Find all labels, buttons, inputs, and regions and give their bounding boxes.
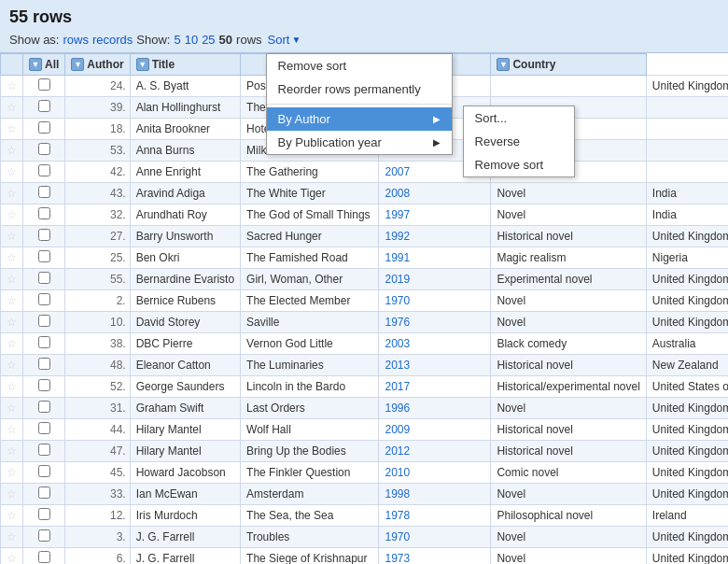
row-checkbox[interactable] [38,293,50,305]
star-icon[interactable]: ☆ [7,337,17,350]
country-cell: Nigeria [646,247,728,269]
checkbox-cell [23,183,65,204]
row-checkbox[interactable] [38,529,50,542]
star-icon[interactable]: ☆ [7,294,17,307]
submenu-sort[interactable]: Sort... [464,106,574,130]
checkbox-cell [23,505,65,527]
genre-cell: Historical/experimental novel [491,376,646,398]
page-title: 55 rows [9,7,719,27]
star-icon[interactable]: ☆ [7,552,17,564]
star-icon[interactable]: ☆ [7,423,17,436]
row-checkbox[interactable] [38,186,50,198]
show-label: Show: [136,33,170,47]
year-cell: 1970 [379,527,491,548]
author-cell: Anne Enright [130,162,240,183]
row-checkbox[interactable] [38,250,50,262]
country-cell: United Kingdom [646,527,728,548]
dropdown-remove-sort[interactable]: Remove sort [267,54,452,78]
show-10[interactable]: 10 [185,33,198,47]
star-icon[interactable]: ☆ [7,509,17,522]
row-number: 38. [65,333,130,355]
star-cell: ☆ [1,462,23,484]
row-checkbox[interactable] [38,315,50,327]
star-icon[interactable]: ☆ [7,208,17,221]
chevron-right-icon: ▶ [433,114,441,124]
genre-cell: Magic realism [491,247,646,269]
year-value: 2017 [385,380,410,393]
author-cell: Arundhati Roy [130,204,240,226]
year-cell: 1997 [379,204,491,226]
show-50-bold: 50 [219,33,232,47]
row-checkbox[interactable] [38,551,50,563]
th-author: ▼ Author [65,54,130,76]
dropdown-by-pub-year[interactable]: By Publication year ▶ [267,131,452,154]
star-icon[interactable]: ☆ [7,165,17,178]
row-checkbox[interactable] [38,486,50,499]
dropdown-separator-1 [267,104,452,105]
filter-author-icon[interactable]: ▼ [71,58,84,71]
dropdown-by-author[interactable]: By Author ▶ [267,107,452,131]
row-checkbox[interactable] [38,207,50,219]
row-number: 31. [65,398,130,419]
row-checkbox[interactable] [38,121,50,134]
checkbox-cell [23,247,65,269]
row-number: 3. [65,527,130,548]
table-row: ☆ 31. Graham Swift Last Orders 1996 Nove… [1,398,729,419]
row-checkbox[interactable] [38,272,50,284]
star-icon[interactable]: ☆ [7,444,17,458]
sort-button[interactable]: Sort ▼ [266,33,303,47]
row-checkbox[interactable] [38,229,50,241]
table-row: ☆ 6. J. G. Farrell The Siege of Krishnap… [1,548,729,565]
row-checkbox[interactable] [38,379,50,391]
genre-cell: Historical novel [491,226,646,247]
row-checkbox[interactable] [38,164,50,176]
row-checkbox[interactable] [38,422,50,434]
filter-country-icon[interactable]: ▼ [497,58,510,71]
star-icon[interactable]: ☆ [7,466,17,479]
star-icon[interactable]: ☆ [7,251,17,264]
year-cell: 2010 [379,462,491,484]
table-row: ☆ 52. George Saunders Lincoln in the Bar… [1,376,729,398]
row-checkbox[interactable] [38,465,50,477]
row-checkbox[interactable] [38,336,50,348]
row-checkbox[interactable] [38,143,50,155]
star-icon[interactable]: ☆ [7,122,17,135]
country-cell [646,162,728,183]
year-value: 2013 [385,359,410,372]
star-icon[interactable]: ☆ [7,402,17,415]
star-icon[interactable]: ☆ [7,101,17,114]
country-cell [646,140,728,162]
star-cell: ☆ [1,76,23,97]
author-cell: Barry Unsworth [130,226,240,247]
row-checkbox[interactable] [38,78,50,91]
year-value: 1997 [385,208,410,221]
dropdown-reorder-rows[interactable]: Reorder rows permanently [267,78,452,101]
submenu-reverse[interactable]: Reverse [464,130,574,153]
star-icon[interactable]: ☆ [7,230,17,243]
country-cell: Ireland [646,505,728,527]
star-icon[interactable]: ☆ [7,79,17,92]
star-icon[interactable]: ☆ [7,530,17,543]
country-cell: United Kingdom [646,441,728,462]
star-icon[interactable]: ☆ [7,187,17,200]
star-icon[interactable]: ☆ [7,144,17,157]
star-icon[interactable]: ☆ [7,359,17,372]
row-checkbox[interactable] [38,401,50,413]
row-checkbox[interactable] [38,444,50,456]
star-icon[interactable]: ☆ [7,487,17,501]
show-as-rows[interactable]: rows [63,33,88,47]
row-checkbox[interactable] [38,508,50,520]
show-25[interactable]: 25 [202,33,215,47]
show-as-records[interactable]: records [92,33,133,47]
star-icon[interactable]: ☆ [7,316,17,329]
star-icon[interactable]: ☆ [7,380,17,393]
submenu-remove-sort[interactable]: Remove sort [464,153,574,176]
checkbox-cell [23,484,65,505]
year-cell: 1996 [379,398,491,419]
row-checkbox[interactable] [38,358,50,370]
star-icon[interactable]: ☆ [7,273,17,286]
filter-all-icon[interactable]: ▼ [29,58,42,71]
filter-title-icon[interactable]: ▼ [136,58,149,71]
row-checkbox[interactable] [38,100,50,112]
show-5[interactable]: 5 [174,33,180,47]
